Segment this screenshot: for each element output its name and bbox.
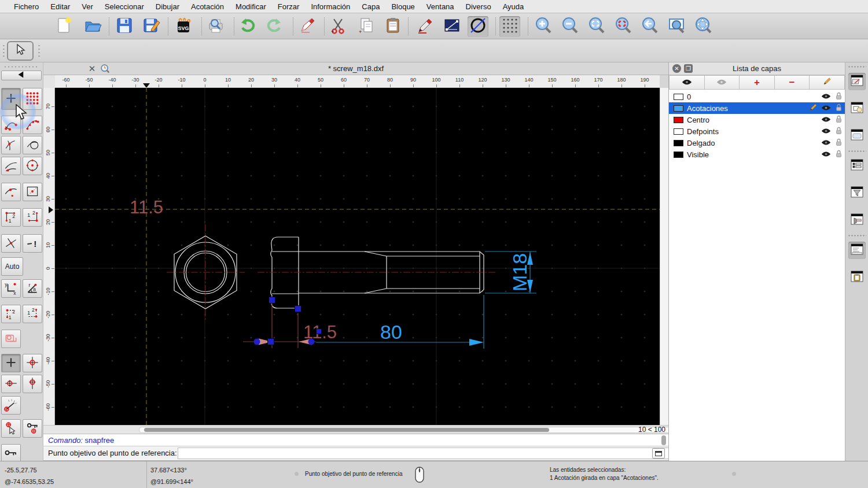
command-input[interactable] — [178, 448, 694, 459]
zoom-previous-button[interactable] — [639, 16, 660, 37]
save-as-button[interactable] — [141, 16, 162, 37]
line-tool-button[interactable] — [442, 16, 462, 37]
show-all-layers-button[interactable] — [669, 75, 705, 90]
snap-middle-button[interactable] — [23, 183, 42, 201]
command-history[interactable]: Comando: snapfree — [43, 434, 668, 446]
layer-lock-toggle[interactable] — [832, 138, 845, 148]
horizontal-scrollbar[interactable] — [139, 427, 676, 433]
snap-back-button[interactable] — [1, 71, 42, 80]
sequence2-button[interactable]: 12 — [23, 305, 42, 323]
layer-visibility-toggle[interactable] — [819, 139, 832, 147]
snap-selection-button[interactable] — [1, 330, 21, 348]
dock-command-button[interactable] — [848, 242, 866, 259]
menu-acotacion[interactable]: Acotación — [185, 2, 230, 11]
layer-visibility-toggle[interactable] — [819, 93, 832, 101]
menu-informacion[interactable]: Información — [305, 2, 356, 11]
dimension-m18[interactable]: M18 — [484, 252, 536, 349]
coord-polar-button[interactable]: ra — [23, 279, 42, 298]
dock-penetrate-button[interactable] — [848, 212, 866, 229]
menu-seleccionar[interactable]: Seleccionar — [99, 2, 150, 11]
snap-tangent-button[interactable] — [1, 157, 21, 175]
redo-button[interactable] — [264, 16, 285, 37]
zoom-in-button[interactable] — [533, 16, 554, 37]
vertical-scrollbar[interactable] — [660, 88, 668, 425]
remove-layer-button[interactable]: − — [775, 75, 810, 90]
add-layer-button[interactable]: + — [740, 75, 775, 90]
open-file-button[interactable] — [82, 16, 103, 37]
zoom-extents-button[interactable] — [613, 16, 634, 37]
undo-button[interactable] — [237, 16, 258, 37]
lock-button[interactable] — [1, 444, 21, 463]
copy-button[interactable]: + — [356, 16, 377, 37]
delete-button[interactable] — [297, 16, 318, 37]
menu-forzar[interactable]: Forzar — [272, 2, 306, 11]
menu-dibujar[interactable]: Dibujar — [150, 2, 185, 11]
layer-row-acotaciones[interactable]: Acotaciones — [669, 102, 845, 114]
new-document-button[interactable] — [54, 16, 75, 37]
set-relative-zero-button[interactable] — [23, 354, 42, 372]
snap-intersection-button[interactable] — [1, 136, 21, 154]
menu-ventana[interactable]: Ventana — [421, 2, 460, 11]
menu-ver[interactable]: Ver — [76, 2, 99, 11]
front-centerlines[interactable] — [167, 224, 245, 320]
save-button[interactable] — [114, 16, 135, 37]
layer-row-defpoints[interactable]: Defpoints — [669, 125, 845, 137]
command-scrollbar-thumb[interactable] — [661, 435, 666, 445]
selection-tool-button[interactable] — [7, 41, 34, 61]
snap-intersection-manual-button[interactable] — [1, 234, 21, 253]
restrict-horizontal-button[interactable] — [1, 375, 21, 393]
snap-distance1-button[interactable]: 12 — [1, 208, 21, 227]
snap-on-entity-button[interactable] — [23, 116, 42, 134]
paste-button[interactable] — [382, 16, 403, 37]
layer-row-0[interactable]: 0 — [669, 91, 845, 102]
layer-color-swatch[interactable] — [674, 117, 683, 123]
layer-lock-toggle[interactable] — [832, 150, 845, 160]
snap-grid-button[interactable] — [23, 88, 42, 110]
command-detach-button[interactable] — [652, 448, 665, 459]
menu-editar[interactable]: Editar — [45, 2, 76, 11]
dock-library-button[interactable] — [848, 127, 866, 145]
move-relative-zero-button[interactable] — [1, 419, 21, 438]
snap-center-button[interactable] — [23, 157, 42, 175]
zoom-auto-button[interactable] — [586, 16, 607, 37]
horizontal-scrollbar-thumb[interactable] — [144, 428, 549, 432]
dock-clipboard-button[interactable] — [848, 269, 866, 286]
layer-visibility-toggle[interactable] — [819, 150, 832, 159]
sequence1-button[interactable]: 12 — [1, 305, 21, 323]
layer-lock-toggle[interactable] — [832, 92, 845, 102]
layer-color-swatch[interactable] — [674, 151, 683, 158]
print-preview-button[interactable] — [205, 16, 226, 37]
layer-row-delgado[interactable]: Delgado — [669, 137, 845, 149]
coord-cartesian-button[interactable]: yx — [1, 279, 21, 298]
edit-layer-button[interactable] — [810, 75, 845, 90]
menu-diverso[interactable]: Diverso — [460, 2, 497, 11]
menu-bloque[interactable]: Bloque — [385, 2, 420, 11]
layer-edit-icon[interactable] — [807, 103, 819, 113]
layer-visibility-toggle[interactable] — [819, 116, 832, 124]
snap-endpoints-button[interactable] — [1, 116, 21, 134]
layer-row-visible[interactable]: Visible — [669, 149, 845, 160]
snap-auto-button[interactable]: Auto — [1, 257, 23, 276]
menu-modificar[interactable]: Modificar — [230, 2, 272, 11]
menu-fichero[interactable]: Fichero — [8, 2, 45, 11]
zoom-window-button[interactable] — [666, 16, 687, 37]
relative-zero-free-button[interactable] — [1, 354, 21, 372]
dock-entity-list-button[interactable] — [848, 157, 866, 175]
zoom-pan-button[interactable] — [693, 16, 713, 37]
circle-tool-button[interactable] — [468, 16, 488, 37]
dimension-80[interactable]: 80 — [316, 321, 484, 346]
grid-toggle-button[interactable] — [499, 16, 520, 37]
restrict-nothing-button[interactable]: ! — [23, 234, 42, 253]
dock-block-list-button[interactable] — [848, 100, 866, 117]
layer-color-swatch[interactable] — [674, 94, 683, 100]
dock-filter-button[interactable] — [848, 184, 866, 202]
snap-nearest-button[interactable] — [1, 183, 21, 201]
menu-capa[interactable]: Capa — [356, 2, 385, 11]
layer-lock-toggle[interactable] — [832, 115, 845, 125]
layer-color-swatch[interactable] — [674, 140, 683, 146]
dock-layer-list-button[interactable] — [848, 73, 866, 90]
layer-lock-toggle[interactable] — [832, 103, 845, 113]
export-svg-button[interactable]: SVG — [173, 16, 194, 37]
drawing-canvas[interactable]: 11.5 — [55, 88, 660, 425]
restrict-vertical-button[interactable] — [23, 375, 42, 393]
